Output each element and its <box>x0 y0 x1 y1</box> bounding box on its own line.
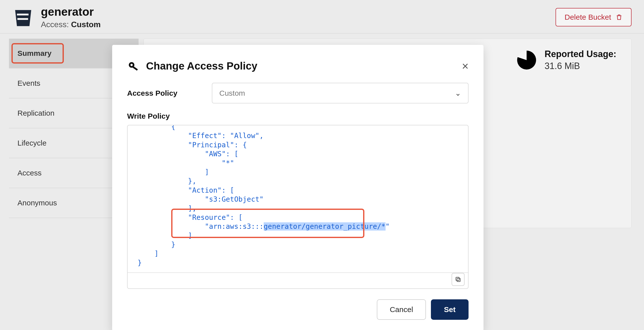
bucket-access: Access: Custom <box>41 20 101 29</box>
usage-title: Reported Usage: <box>544 49 616 59</box>
set-button[interactable]: Set <box>431 299 468 320</box>
key-icon <box>127 59 140 73</box>
access-policy-select[interactable]: Custom ⌄ <box>212 83 468 104</box>
sidebar-item-label: Replication <box>18 109 54 117</box>
reported-usage: Reported Usage: 31.6 MiB <box>517 49 616 71</box>
svg-rect-4 <box>132 66 138 70</box>
svg-rect-6 <box>456 277 459 280</box>
trash-icon <box>616 14 622 21</box>
change-access-policy-modal: Change Access Policy × Access Policy Cus… <box>112 45 484 330</box>
usage-value: 31.6 MiB <box>544 61 616 71</box>
delete-bucket-label: Delete Bucket <box>564 13 611 22</box>
sidebar-item-label: Summary <box>18 49 52 57</box>
access-label: Access: <box>41 20 69 29</box>
delete-bucket-button[interactable]: Delete Bucket <box>556 8 632 26</box>
write-policy-label: Write Policy <box>127 112 468 120</box>
sidebar-item-label: Lifecycle <box>18 139 46 147</box>
svg-rect-5 <box>457 278 460 282</box>
copy-button[interactable] <box>452 273 464 286</box>
page-header: generator Access: Custom Delete Bucket <box>0 0 644 34</box>
sidebar-item-label: Access <box>18 169 42 177</box>
cancel-button[interactable]: Cancel <box>377 299 426 320</box>
bucket-title: generator <box>41 5 101 18</box>
close-icon[interactable]: × <box>462 60 468 72</box>
usage-pie-icon <box>517 50 536 70</box>
access-policy-value: Custom <box>219 89 245 98</box>
access-value: Custom <box>71 20 101 29</box>
svg-rect-0 <box>17 14 29 15</box>
modal-title: Change Access Policy <box>146 60 258 72</box>
svg-rect-1 <box>18 18 28 20</box>
chevron-down-icon: ⌄ <box>455 89 461 98</box>
bucket-icon <box>12 6 34 28</box>
policy-editor[interactable]: { "Effect": "Allow", "Principal": { "AWS… <box>128 125 468 272</box>
svg-point-3 <box>130 64 133 66</box>
sidebar-item-label: Anonymous <box>18 199 57 207</box>
access-policy-label: Access Policy <box>127 89 212 98</box>
sidebar-item-label: Events <box>18 79 40 87</box>
